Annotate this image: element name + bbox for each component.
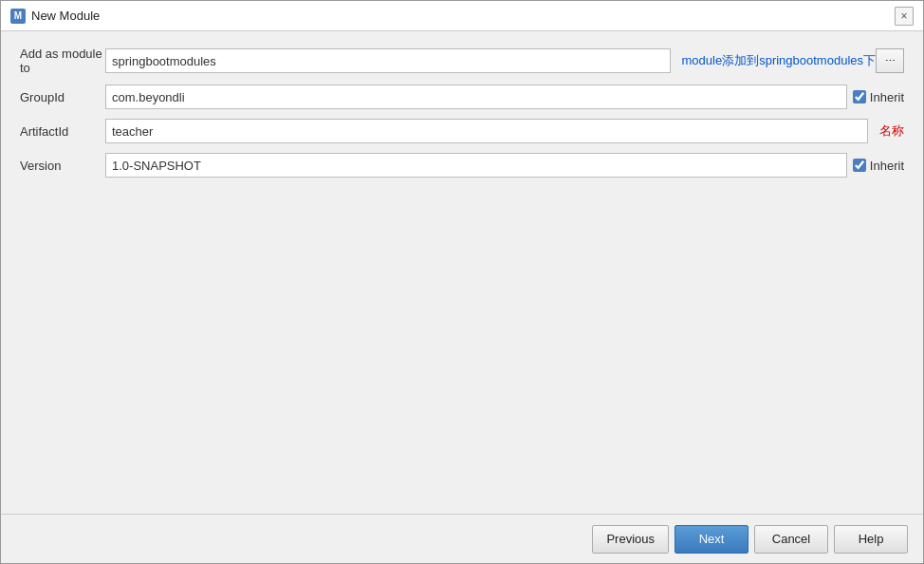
group-id-inherit-label: Inherit: [870, 90, 904, 104]
artifact-id-annotation: 名称: [879, 122, 904, 140]
browse-button[interactable]: ⋯: [876, 48, 904, 73]
bottom-bar: Previous Next Cancel Help: [1, 514, 923, 563]
previous-button[interactable]: Previous: [592, 525, 669, 554]
group-id-input-area: [105, 85, 847, 109]
module-icon: M: [10, 9, 26, 24]
close-button[interactable]: ×: [895, 7, 914, 26]
add-as-module-label: Add as module to: [20, 47, 105, 75]
group-id-label: GroupId: [20, 90, 105, 104]
version-input[interactable]: [105, 153, 847, 178]
add-as-module-annotation: module添加到springbootmodules下: [682, 52, 876, 69]
artifact-id-input-area: 名称: [105, 119, 904, 143]
title-bar: M New Module ×: [1, 1, 923, 31]
version-row: Version Inherit: [20, 153, 904, 178]
next-label: Next: [699, 532, 725, 546]
artifact-id-input[interactable]: [105, 119, 868, 143]
group-id-inherit: Inherit: [853, 90, 904, 104]
add-as-module-input[interactable]: [105, 48, 671, 73]
group-id-inherit-checkbox[interactable]: [853, 90, 866, 103]
cancel-button[interactable]: Cancel: [754, 525, 828, 554]
artifact-id-label: ArtifactId: [20, 124, 105, 139]
version-label: Version: [20, 159, 105, 173]
cancel-label: Cancel: [772, 532, 810, 546]
previous-label: Previous: [606, 532, 655, 546]
artifact-id-row: ArtifactId 名称: [20, 119, 904, 143]
dialog-title: New Module: [31, 9, 100, 23]
add-as-module-row: Add as module to module添加到springbootmodu…: [20, 47, 904, 75]
form-content: Add as module to module添加到springbootmodu…: [1, 31, 923, 514]
title-bar-left: M New Module: [10, 9, 100, 24]
next-button[interactable]: Next: [675, 525, 748, 554]
browse-icon: ⋯: [885, 55, 896, 67]
group-id-row: GroupId Inherit: [20, 85, 904, 109]
version-input-area: [105, 153, 847, 178]
new-module-dialog: M New Module × Add as module to module添加…: [0, 0, 924, 564]
help-button[interactable]: Help: [834, 525, 908, 554]
add-as-module-input-area: module添加到springbootmodules下: [105, 48, 876, 73]
version-inherit-checkbox[interactable]: [853, 159, 866, 172]
group-id-input[interactable]: [105, 85, 847, 109]
help-label: Help: [859, 532, 884, 546]
version-inherit: Inherit: [853, 159, 904, 173]
version-inherit-label: Inherit: [870, 159, 904, 173]
